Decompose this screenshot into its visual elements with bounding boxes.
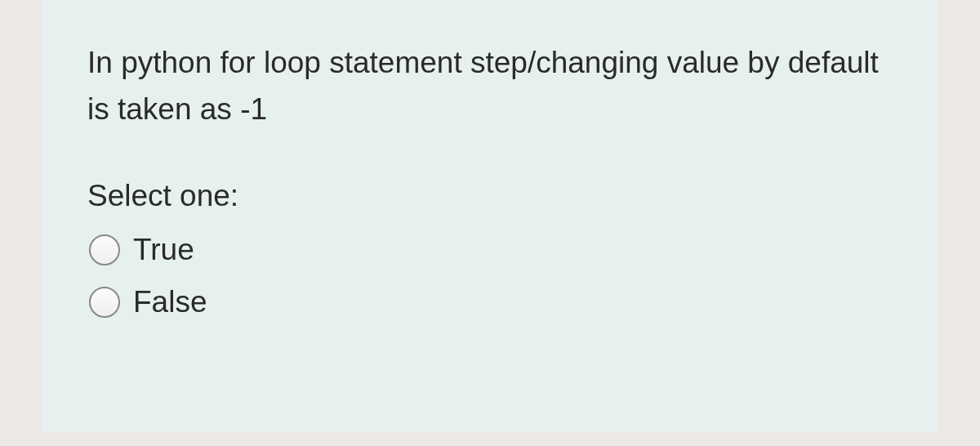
question-card: In python for loop statement step/changi… — [42, 0, 938, 433]
question-text: In python for loop statement step/changi… — [87, 39, 893, 133]
radio-icon — [89, 287, 120, 318]
option-false[interactable]: False — [87, 285, 893, 319]
option-label: True — [133, 233, 194, 267]
option-label: False — [133, 285, 207, 319]
option-true[interactable]: True — [87, 233, 893, 267]
radio-icon — [89, 234, 120, 265]
select-prompt: Select one: — [87, 179, 893, 213]
